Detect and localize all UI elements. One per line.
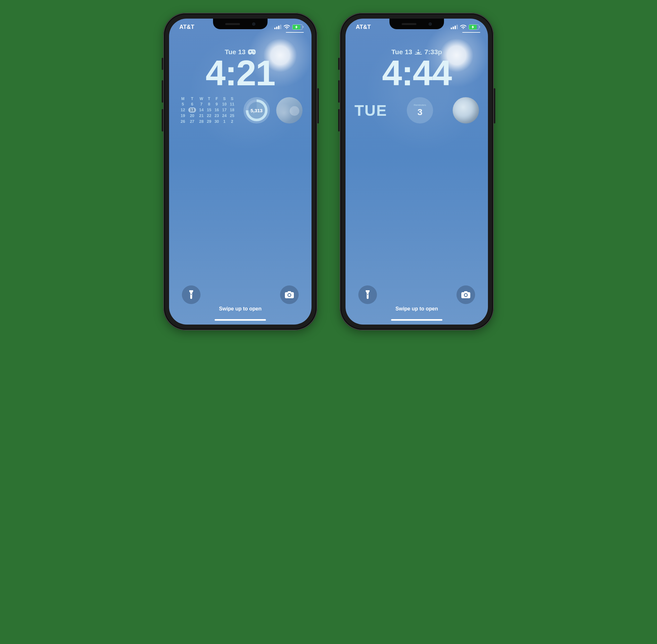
calendar-widget[interactable]: MTWTFSS567891011121314151617181920212223…: [178, 96, 237, 125]
wifi-icon: [284, 25, 290, 29]
home-indicator[interactable]: [391, 319, 443, 321]
notch: [389, 19, 444, 29]
battery-icon: [292, 24, 302, 30]
cellular-signal-icon: [274, 25, 281, 29]
widget-row: TUE Reminders 3: [355, 96, 479, 125]
swipe-hint: Swipe up to open: [345, 306, 488, 312]
flashlight-button[interactable]: [182, 285, 201, 304]
volume-up-button[interactable]: [338, 80, 340, 102]
day-name-widget[interactable]: TUE: [355, 102, 387, 119]
activity-ring-widget[interactable]: 5,313: [244, 97, 270, 123]
activity-value: 5,313: [251, 108, 263, 113]
swipe-hint: Swipe up to open: [169, 306, 312, 312]
camera-button[interactable]: [280, 285, 299, 304]
photo-widget[interactable]: [276, 97, 302, 123]
iphone-right: AT&T Tue 13 7:33p 4:44 TUE Reminders 3: [340, 13, 494, 330]
volume-down-button[interactable]: [338, 109, 340, 132]
lock-screen[interactable]: AT&T Tue 13 4:21 MTWTFSS5678910111213141…: [169, 19, 312, 325]
clock-time: 4:44: [345, 55, 488, 91]
carrier-label: AT&T: [356, 24, 371, 30]
volume-down-button[interactable]: [162, 109, 163, 132]
clock-time: 4:21: [169, 55, 312, 91]
wifi-icon: [460, 25, 467, 29]
reminder-count: 3: [417, 107, 423, 117]
power-button[interactable]: [317, 88, 319, 123]
iphone-left: AT&T Tue 13 4:21 MTWTFSS5678910111213141…: [163, 13, 317, 330]
reminder-widget[interactable]: Reminders 3: [407, 97, 433, 123]
battery-icon: [469, 24, 479, 30]
carrier-label: AT&T: [179, 24, 195, 30]
moon-phase-widget[interactable]: [453, 97, 479, 123]
mute-switch[interactable]: [162, 58, 163, 70]
flashlight-button[interactable]: [358, 285, 377, 304]
power-button[interactable]: [494, 88, 495, 123]
notch: [213, 19, 268, 29]
widget-row: MTWTFSS567891011121314151617181920212223…: [178, 96, 302, 125]
mute-switch[interactable]: [338, 58, 340, 70]
volume-up-button[interactable]: [162, 80, 163, 102]
cellular-signal-icon: [451, 25, 458, 29]
lock-screen[interactable]: AT&T Tue 13 7:33p 4:44 TUE Reminders 3: [345, 19, 488, 325]
home-indicator[interactable]: [214, 319, 266, 321]
camera-button[interactable]: [456, 285, 475, 304]
reminder-caption: Reminders: [414, 104, 426, 107]
